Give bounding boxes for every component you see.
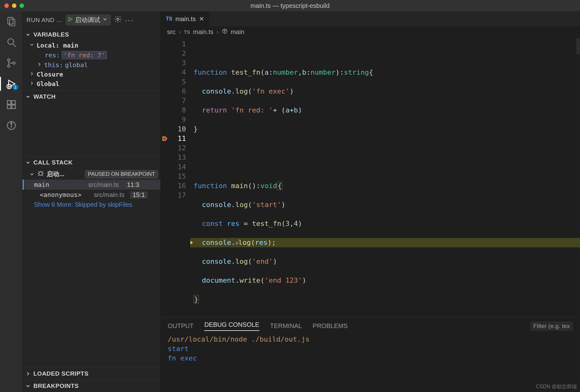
gear-icon[interactable] [114,15,122,25]
panel-tab-output[interactable]: OUTPUT [168,322,194,330]
section-watch-label: WATCH [33,93,56,100]
debug-sidebar: RUN AND … 启动调试 ··· VARIABL [23,11,161,392]
frame-fn: <anonymous> [40,191,90,199]
panel-tab-problems[interactable]: PROBLEMS [313,322,348,330]
console-line: fn exec [168,354,573,363]
glyph-margin [161,37,168,317]
breakpoint-marker[interactable] [161,134,168,143]
chevron-down-icon [25,383,31,389]
chevron-right-icon: › [217,28,219,36]
close-tab-icon[interactable]: ✕ [199,15,204,23]
console-line: start [168,344,573,354]
code-editor[interactable]: 123 456 789 101112 131415 1617 function … [161,37,580,317]
editor-group: TS main.ts ✕ src › TS main.ts › main [161,11,580,392]
section-callstack[interactable]: CALL STACK [23,156,160,169]
inline-hint-icon: ● [235,240,238,246]
graph-icon[interactable] [6,120,17,131]
frame-pos: 11:3 [125,181,142,188]
explorer-icon[interactable] [6,16,17,27]
variables-tree: Local: main res: 'fn red: 7' this: globa… [23,41,160,90]
frame-fn: main [34,181,84,188]
scope-global[interactable]: Global [23,79,160,89]
scope-closure-label: Closure [37,71,63,78]
launch-config-select[interactable]: 启动调试 [66,14,111,26]
callstack-config-row[interactable]: 启动... PAUSED ON BREAKPOINT [23,169,160,180]
tab-label: main.ts [175,15,195,23]
svg-rect-8 [7,101,11,104]
section-breakpoints[interactable]: BREAKPOINTS [23,380,160,392]
svg-point-4 [7,59,9,61]
callstack-skip-link[interactable]: Show 6 More: Skipped by skipFiles [23,200,160,211]
var-res-name: res: [45,51,60,59]
activity-bar: 1 [0,11,23,392]
section-variables[interactable]: VARIABLES [23,29,160,41]
symbol-icon [222,28,228,36]
debug-console-output[interactable]: /usr/local/bin/node ./build/out.js start… [161,332,580,366]
search-icon[interactable] [6,37,17,48]
var-res-value: 'fn red: 7' [62,51,107,59]
debug-badge: 1 [13,84,18,90]
tab-main-ts[interactable]: TS main.ts ✕ [161,11,209,26]
section-loaded-label: LOADED SCRIPTS [33,370,89,377]
breadcrumb[interactable]: src › TS main.ts › main [161,26,580,37]
source-control-icon[interactable] [6,57,17,69]
svg-rect-11 [12,105,15,108]
chevron-right-icon [37,61,42,67]
callstack-config-label: 启动... [47,170,65,178]
frame-pos: 15:1 [130,191,148,199]
svg-line-3 [13,44,16,47]
chevron-right-icon: › [179,28,181,36]
run-debug-icon[interactable]: 1 [6,78,17,89]
window-title: main.ts — typescript-esbuild [0,2,580,9]
window-titlebar: main.ts — typescript-esbuild [0,0,580,11]
chevron-right-icon [29,71,35,77]
panel-tab-terminal[interactable]: TERMINAL [270,322,302,330]
var-this[interactable]: this: global [23,60,160,70]
code-area[interactable]: function test_fn(a:number,b:number):stri… [190,37,580,317]
bottom-panel: OUTPUT DEBUG CONSOLE TERMINAL PROBLEMS F… [161,317,580,392]
extensions-icon[interactable] [6,99,17,110]
svg-rect-10 [7,105,11,108]
svg-point-14 [117,18,119,20]
execution-pointer-icon [190,240,193,245]
section-loaded-scripts[interactable]: LOADED SCRIPTS [23,367,160,380]
svg-point-5 [7,65,9,67]
close-icon[interactable] [4,3,9,8]
section-watch[interactable]: WATCH [23,90,160,103]
frame-path: src/main.ts [88,181,119,188]
editor-tabs: TS main.ts ✕ [161,11,580,26]
launch-config-label: 启动调试 [75,16,100,24]
panel-tab-debugconsole[interactable]: DEBUG CONSOLE [204,321,259,331]
bug-icon [37,170,44,178]
stack-frame-1[interactable]: <anonymous> src/main.ts 15:1 [23,190,160,200]
minimap[interactable] [576,39,580,316]
svg-point-13 [10,123,12,124]
svg-point-6 [13,62,15,64]
svg-rect-0 [8,17,13,24]
paused-status: PAUSED ON BREAKPOINT [85,170,158,178]
crumb-file: main.ts [193,28,213,36]
maximize-icon[interactable] [20,3,24,8]
more-icon[interactable]: ··· [125,16,134,25]
svg-point-2 [8,39,13,44]
scope-local[interactable]: Local: main [23,41,160,50]
section-variables-label: VARIABLES [33,31,69,38]
scope-local-label: Local: main [37,42,78,49]
watermark: CSDN @励志前端 [536,383,577,390]
chevron-right-icon [25,371,31,377]
chevron-down-icon [25,94,31,100]
minimize-icon[interactable] [12,3,16,8]
frame-path: src/main.ts [94,191,125,199]
scope-global-label: Global [37,80,59,88]
console-filter-input[interactable]: Filter (e.g. tex [530,321,573,331]
panel-tabs: OUTPUT DEBUG CONSOLE TERMINAL PROBLEMS F… [161,317,580,332]
var-this-value: global [65,61,88,69]
chevron-down-icon [29,42,35,48]
scope-closure[interactable]: Closure [23,70,160,79]
var-res[interactable]: res: 'fn red: 7' [23,50,160,60]
stack-frame-0[interactable]: main src/main.ts 11:3 [23,180,160,190]
svg-point-15 [39,172,43,175]
svg-rect-1 [9,19,15,26]
sidebar-header: RUN AND … 启动调试 ··· [23,11,160,29]
sidebar-title: RUN AND … [26,17,62,24]
